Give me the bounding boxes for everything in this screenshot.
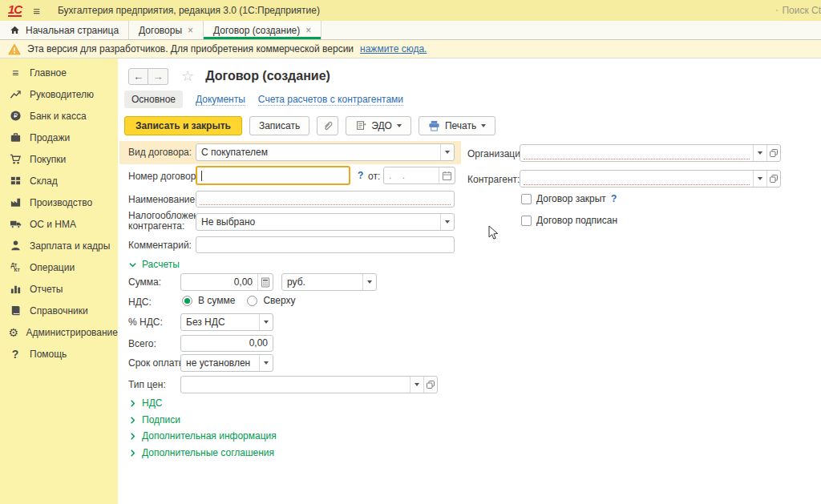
section-raschety[interactable]: Расчеты bbox=[128, 259, 180, 270]
app-window: 1С ≡ Бухгалтерия предприятия, редакция 3… bbox=[0, 0, 821, 504]
form-nav-row: ←→ ☆ Договор (создание) bbox=[128, 67, 330, 85]
warning-link[interactable]: нажмите сюда. bbox=[360, 43, 427, 54]
sidebar-item-otchety[interactable]: Отчеты bbox=[0, 278, 118, 300]
forward-button[interactable]: → bbox=[148, 68, 168, 85]
print-button[interactable]: Печать bbox=[419, 116, 495, 135]
contract-closed-help-icon[interactable]: ? bbox=[611, 193, 617, 204]
sidebar-item-prodazhi[interactable]: Продажи bbox=[0, 127, 118, 148]
dropdown-button[interactable] bbox=[259, 314, 273, 330]
dropdown-button[interactable] bbox=[440, 144, 454, 160]
favorite-star-icon[interactable]: ☆ bbox=[181, 67, 194, 85]
sidebar-item-bank-i-kassa[interactable]: ₽ Банк и касса bbox=[0, 105, 118, 127]
sidebar-item-operacii[interactable]: ДтКт Операции bbox=[0, 256, 118, 278]
section-dop-soglasheniya[interactable]: Дополнительные соглашения bbox=[128, 447, 274, 458]
close-icon[interactable]: × bbox=[305, 25, 311, 36]
chevron-down-icon bbox=[445, 220, 450, 224]
radio-sverhu[interactable] bbox=[247, 296, 257, 306]
contract-number-label: Номер договора: bbox=[128, 171, 204, 182]
total-input[interactable]: 0,00 bbox=[180, 335, 273, 352]
sidebar-item-proizvodstvo[interactable]: Производство bbox=[0, 192, 118, 213]
save-button[interactable]: Записать bbox=[249, 116, 309, 135]
contract-type-select[interactable]: С покупателем bbox=[196, 143, 455, 161]
close-icon[interactable]: × bbox=[188, 25, 193, 36]
global-search[interactable]: Поиск Ct bbox=[771, 0, 821, 21]
counterparty-taxation-select[interactable]: Не выбрано bbox=[196, 213, 455, 231]
tab-home[interactable]: Начальная страница bbox=[0, 21, 129, 39]
sidebar-item-glavnoe[interactable]: ≡ Главное bbox=[0, 62, 118, 83]
edo-icon bbox=[355, 120, 366, 131]
radio-label: В сумме bbox=[198, 295, 235, 306]
edo-button[interactable]: ЭДО bbox=[346, 116, 411, 135]
payment-term-select[interactable]: не установлен bbox=[180, 354, 273, 372]
dropdown-button[interactable] bbox=[362, 274, 376, 290]
calendar-button[interactable] bbox=[439, 167, 455, 183]
chevron-down-icon bbox=[481, 124, 486, 127]
nav-tab-osnovnoe[interactable]: Основное bbox=[124, 91, 183, 108]
checkbox-box[interactable] bbox=[521, 194, 532, 204]
contract-type-label: Вид договора: bbox=[128, 147, 192, 158]
chevron-down-icon bbox=[367, 280, 372, 284]
chevron-down-icon bbox=[264, 321, 269, 324]
dropdown-button[interactable] bbox=[410, 377, 423, 393]
amount-input[interactable]: 0,00 bbox=[180, 273, 273, 291]
sidebar-item-pokupki[interactable]: Покупки bbox=[0, 148, 118, 170]
contract-date-input[interactable]: . . bbox=[383, 167, 455, 184]
section-podpisi[interactable]: Подписи bbox=[128, 414, 180, 425]
sidebar-item-zarplata-i-kadry[interactable]: Зарплата и кадры bbox=[0, 235, 118, 256]
dropdown-button[interactable] bbox=[440, 214, 454, 230]
vat-rate-select[interactable]: Без НДС bbox=[180, 313, 273, 331]
nav-tab-scheta-raschetov[interactable]: Счета расчетов с контрагентами bbox=[258, 94, 403, 106]
sidebar-item-rukovoditelyu[interactable]: Руководителю bbox=[0, 83, 118, 105]
open-button[interactable] bbox=[766, 171, 780, 187]
section-dop-informaciya[interactable]: Дополнительная информация bbox=[128, 430, 277, 442]
tab-dogovory[interactable]: Договоры × bbox=[129, 21, 204, 39]
open-button[interactable] bbox=[423, 377, 437, 393]
manager-chart-icon bbox=[8, 88, 22, 100]
back-button[interactable]: ← bbox=[128, 68, 148, 85]
section-nds[interactable]: НДС bbox=[128, 397, 162, 409]
tab-dogovor-sozdanie[interactable]: Договор (создание) × bbox=[204, 21, 322, 39]
sidebar-item-os-i-nma[interactable]: ОС и НМА bbox=[0, 213, 118, 235]
dropdown-button[interactable] bbox=[753, 171, 766, 187]
chevron-down-icon bbox=[264, 361, 269, 365]
price-type-combo[interactable] bbox=[180, 376, 438, 393]
sidebar-item-spravochniki[interactable]: Справочники bbox=[0, 300, 118, 321]
tab-label: Начальная страница bbox=[26, 25, 119, 36]
administration-gear-icon: ⚙ bbox=[8, 326, 19, 339]
open-button[interactable] bbox=[766, 145, 780, 161]
warning-icon bbox=[8, 43, 21, 55]
tab-label: Договор (создание) bbox=[213, 25, 300, 36]
name-input[interactable] bbox=[196, 191, 455, 208]
price-type-label: Тип цен: bbox=[128, 379, 166, 390]
menu-icon: ≡ bbox=[8, 67, 22, 79]
sidebar-item-administrirovanie[interactable]: ⚙ Администрирование bbox=[0, 321, 118, 343]
dropdown-button[interactable] bbox=[259, 355, 273, 371]
sidebar-item-pomosch[interactable]: ? Помощь bbox=[0, 343, 118, 365]
sidebar-item-sklad[interactable]: Склад bbox=[0, 170, 118, 192]
open-icon bbox=[426, 380, 435, 389]
contract-number-help-icon[interactable]: ? bbox=[358, 170, 363, 181]
dropdown-button[interactable] bbox=[753, 145, 766, 161]
warehouse-grid-icon bbox=[8, 175, 22, 187]
chevron-right-icon bbox=[128, 399, 137, 408]
organization-combo[interactable] bbox=[520, 144, 781, 162]
vat-rate-label: % НДС: bbox=[128, 317, 163, 328]
contract-signed-checkbox[interactable]: Договор подписан bbox=[521, 215, 617, 226]
main-menu-button[interactable]: ≡ bbox=[33, 4, 40, 18]
currency-select[interactable]: руб. bbox=[281, 273, 377, 291]
checkbox-box[interactable] bbox=[521, 216, 532, 226]
radio-v-summe[interactable] bbox=[182, 296, 192, 306]
chevron-down-icon bbox=[758, 177, 762, 180]
calendar-icon bbox=[442, 171, 452, 181]
save-and-close-button[interactable]: Записать и закрыть bbox=[124, 116, 242, 135]
counterparty-combo[interactable] bbox=[520, 170, 781, 187]
nav-tab-dokumenty[interactable]: Документы bbox=[196, 94, 245, 106]
contract-number-input[interactable] bbox=[196, 166, 350, 185]
1c-logo: 1С bbox=[8, 4, 22, 17]
calculator-button[interactable] bbox=[257, 274, 273, 290]
comment-input[interactable] bbox=[196, 236, 455, 253]
contract-closed-checkbox[interactable]: Договор закрыт ? bbox=[521, 193, 617, 204]
attach-button[interactable] bbox=[317, 116, 338, 135]
checkbox-label: Договор закрыт bbox=[536, 193, 606, 204]
radio-label: Сверху bbox=[263, 295, 295, 306]
